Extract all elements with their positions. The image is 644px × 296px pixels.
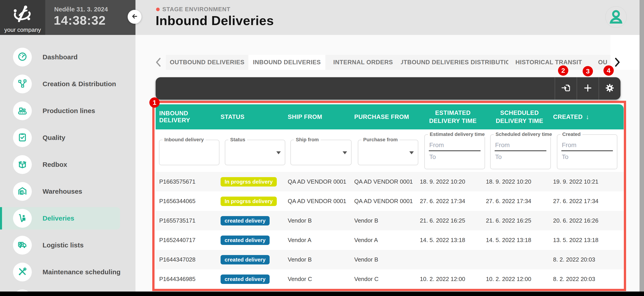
page-header: STAGE ENVIRONMENT Inbound Deliveries xyxy=(136,0,644,35)
user-icon xyxy=(607,8,625,26)
cell-purchase-from: QA AD VENDOR 0001 xyxy=(354,172,420,192)
column-header-ship-from[interactable]: SHIP FROM xyxy=(288,104,354,130)
inbound-delivery-filter-input[interactable] xyxy=(162,143,213,161)
cell-created: 19. 9. 2022 10:21 xyxy=(553,172,624,192)
filter-scheduled-delivery-time: Scheduled delivery time xyxy=(490,134,551,169)
add-button[interactable] xyxy=(576,77,598,100)
status-badge: created delivery xyxy=(220,216,270,226)
cell-ship-from: QA AD VENDOR 0001 xyxy=(288,172,354,192)
sidebar-item-deliveries[interactable]: Deliveries xyxy=(0,207,120,230)
created-from-input[interactable] xyxy=(562,142,611,149)
settings-button[interactable] xyxy=(598,77,620,100)
cell-ship-from: Vendor A xyxy=(288,230,354,250)
filter-status[interactable]: Status xyxy=(225,140,285,165)
table-row[interactable]: P1655735171 created delivery Vendor B Ve… xyxy=(156,211,624,230)
filter-ship-from[interactable]: Ship from xyxy=(290,140,352,165)
inbound-deliveries-table: INBOUND DELIVERY STATUS SHIP FROM PURCHA… xyxy=(156,104,624,289)
cell-purchase-from: QA AD VENDOR 0001 xyxy=(354,192,420,211)
column-header-inbound-delivery[interactable]: INBOUND DELIVERY xyxy=(156,104,220,130)
table-row[interactable]: P1656344065 In progrss delivery QA AD VE… xyxy=(156,192,624,211)
annotation-marker-4: 4 xyxy=(604,66,614,76)
sidebar-item-logistic-lists[interactable]: Logistic lists xyxy=(0,234,136,256)
tab-historical-transit[interactable]: HISTORICAL TRANSIT xyxy=(508,55,589,70)
created-to-input[interactable] xyxy=(562,153,611,160)
cell-created: 8. 2. 2022 20:03 xyxy=(553,250,624,269)
company-logo-block: your company xyxy=(0,0,45,35)
tabs-scroll-right-button[interactable] xyxy=(613,56,622,68)
column-header-created[interactable]: CREATED↓ xyxy=(553,104,624,130)
tab-inbound-deliveries[interactable]: INBOUND DELIVERIES xyxy=(248,55,325,70)
back-button[interactable] xyxy=(128,10,142,24)
sidebar-item-production-lines[interactable]: Production lines xyxy=(0,100,136,122)
status-badge: In progrss delivery xyxy=(220,177,277,186)
cell-created: 13. 5. 2022 13:18 xyxy=(553,230,624,250)
table-header-row: INBOUND DELIVERY STATUS SHIP FROM PURCHA… xyxy=(156,104,624,130)
bottom-bar xyxy=(0,292,644,296)
vertical-scrollbar[interactable] xyxy=(640,0,644,296)
table-body: P1663575671 In progrss delivery QA AD VE… xyxy=(156,172,624,289)
cell-estimated-delivery-time xyxy=(420,250,486,269)
environment-status-dot xyxy=(156,8,160,11)
tab-outbound-deliveries-distribution[interactable]: OUTBOUND DELIVERIES DISTRIBUTION xyxy=(401,55,508,70)
scheduled-from-input[interactable] xyxy=(495,142,544,149)
column-header-estimated-delivery-time[interactable]: ESTIMATED DELIVERY TIME xyxy=(420,104,486,130)
estimated-to-input[interactable] xyxy=(429,153,478,160)
company-name: your company xyxy=(0,26,45,33)
dropdown-caret-icon xyxy=(342,151,347,154)
tab-outbound-deliveries[interactable]: OUTBOUND DELIVERIES xyxy=(166,55,248,70)
cell-scheduled-delivery-time: 27. 6. 2022 17:34 xyxy=(486,192,553,211)
redbox-icon xyxy=(17,159,28,170)
annotation-marker-3: 3 xyxy=(583,66,593,76)
input-underline xyxy=(495,150,546,151)
column-header-scheduled-delivery-time[interactable]: SCHEDULED DELIVERY TIME xyxy=(486,104,553,130)
tabs-scroll-left-button[interactable] xyxy=(154,56,163,68)
column-header-purchase-from[interactable]: PURCHASE FROM xyxy=(354,104,420,130)
filter-purchase-from[interactable]: Purchase from xyxy=(358,140,418,165)
cell-purchase-from: Vendor A xyxy=(354,230,420,250)
sort-desc-icon: ↓ xyxy=(586,113,589,121)
user-avatar-button[interactable] xyxy=(605,6,627,28)
export-document-button[interactable] xyxy=(555,77,576,100)
current-date: Neděle 31. 3. 2024 xyxy=(54,6,108,13)
sidebar-item-quality[interactable]: Quality xyxy=(0,126,136,149)
cell-estimated-delivery-time: 10. 2. 2022 12:00 xyxy=(420,269,486,289)
sidebar-item-redbox[interactable]: Redbox xyxy=(0,153,136,176)
gear-icon xyxy=(605,83,615,94)
cell-estimated-delivery-time: 27. 6. 2022 17:34 xyxy=(420,192,486,211)
creation-distribution-icon xyxy=(17,78,28,90)
cell-scheduled-delivery-time: 14. 5. 2022 13:18 xyxy=(486,230,553,250)
cell-status: created delivery xyxy=(220,250,288,269)
cell-created: 27. 6. 2022 17:34 xyxy=(553,192,624,211)
sidebar-item-creation-distribution[interactable]: Creation & Distribution xyxy=(0,73,136,95)
table-row[interactable]: P1652440717 created delivery Vendor A Ve… xyxy=(156,230,624,250)
sidebar-item-warehouses[interactable]: Warehouses xyxy=(0,180,136,203)
environment-label: STAGE ENVIRONMENT xyxy=(162,6,230,13)
cell-status: created delivery xyxy=(220,269,288,289)
warehouses-icon xyxy=(17,186,28,197)
filter-inbound-delivery: Inbound delivery xyxy=(159,140,220,165)
cell-status: In progrss delivery xyxy=(220,172,288,192)
deliveries-icon xyxy=(17,213,28,224)
cell-estimated-delivery-time: 14. 5. 2022 13:18 xyxy=(420,230,486,250)
sidebar-item-dashboard[interactable]: Dashboard xyxy=(0,46,136,68)
cell-scheduled-delivery-time: 21. 6. 2022 16:25 xyxy=(486,211,553,230)
cell-scheduled-delivery-time: 18. 9. 2022 10:20 xyxy=(486,172,553,192)
cell-estimated-delivery-time: 21. 6. 2022 16:25 xyxy=(420,211,486,230)
cell-inbound-delivery: P1644347028 xyxy=(156,250,220,269)
cell-scheduled-delivery-time: 10. 2. 2022 12:00 xyxy=(486,269,553,289)
filter-estimated-delivery-time: Estimated delivery time xyxy=(424,134,485,169)
tab-internal-orders[interactable]: INTERNAL ORDERS xyxy=(325,55,401,70)
cell-ship-from: QA AD VENDOR 0001 xyxy=(288,192,354,211)
cell-scheduled-delivery-time xyxy=(486,250,553,269)
cell-purchase-from: Vendor B xyxy=(354,211,420,230)
table-toolbar xyxy=(156,77,620,100)
arrow-left-icon xyxy=(130,12,139,22)
scheduled-to-input[interactable] xyxy=(495,153,544,160)
annotation-marker-2: 2 xyxy=(558,66,568,76)
column-header-status[interactable]: STATUS xyxy=(220,104,288,130)
estimated-from-input[interactable] xyxy=(429,142,478,149)
table-row[interactable]: P1663575671 In progrss delivery QA AD VE… xyxy=(156,172,624,192)
table-row[interactable]: P1644346985 created delivery Vendor C Ve… xyxy=(156,269,624,289)
table-row[interactable]: P1644347028 created delivery Vendor B Ve… xyxy=(156,250,624,269)
sidebar-item-maintenance-scheduling[interactable]: Maintenance scheduling xyxy=(0,261,136,283)
